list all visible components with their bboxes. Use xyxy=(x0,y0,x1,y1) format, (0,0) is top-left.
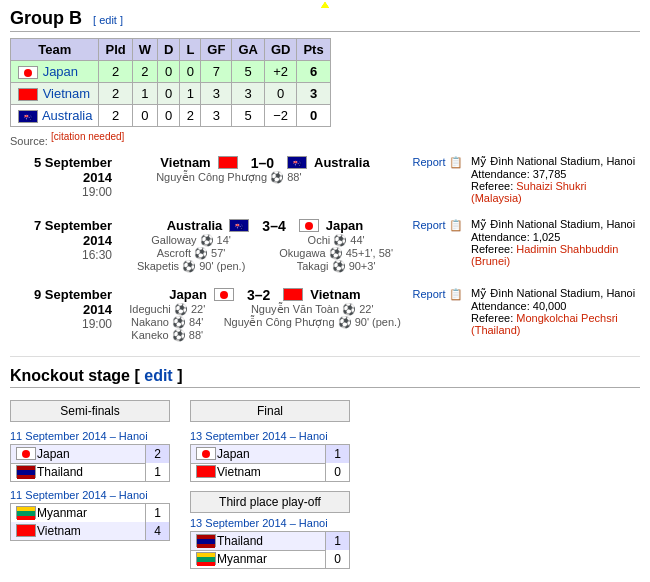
match-venue-col: Mỹ Đình National Stadium, Hanoi Attendan… xyxy=(465,218,640,273)
bracket-score: 0 xyxy=(325,550,349,568)
bracket-match: 13 September 2014 – Hanoi Japan 1 Vietna… xyxy=(190,430,350,482)
group-b-heading: Group B [ edit ] xyxy=(10,8,640,32)
col-ga: GA xyxy=(232,39,265,61)
match-block: 9 September 2014 19:00 Japan 3–2 Vietnam… xyxy=(10,287,640,342)
match-block: 7 September 2014 16:30 Australia 🇦🇺 3–4 … xyxy=(10,218,640,273)
gd-cell: −2 xyxy=(264,105,297,127)
final-col: Final 13 September 2014 – Hanoi Japan 1 … xyxy=(190,400,350,576)
final-title: Final xyxy=(190,400,350,422)
referee-link[interactable]: Hadimin Shahbuddin (Brunei) xyxy=(471,243,618,267)
venue-name: Mỹ Đình National Stadium, Hanoi xyxy=(471,287,640,300)
bracket-score: 1 xyxy=(145,463,169,481)
w-cell: 0 xyxy=(132,105,157,127)
col-team: Team xyxy=(11,39,99,61)
match-report-col: Report 📋 xyxy=(410,155,465,204)
bracket-score: 1 xyxy=(325,532,349,550)
match-home-team: Japan xyxy=(169,287,207,302)
report-link[interactable]: Report 📋 xyxy=(412,288,462,300)
gf-cell: 3 xyxy=(201,105,232,127)
venue-name: Mỹ Đình National Stadium, Hanoi xyxy=(471,218,640,231)
gd-cell: 0 xyxy=(264,83,297,105)
bracket-team-row: Japan 1 xyxy=(190,444,350,464)
referee-link[interactable]: Mongkolchai Pechsri (Thailand) xyxy=(471,312,618,336)
bracket-team-name: Myanmar xyxy=(191,550,325,568)
group-b-edit[interactable]: [ edit ] xyxy=(93,14,123,26)
knockout-bracket: Semi-finals 11 September 2014 – Hanoi Ja… xyxy=(10,396,640,580)
group-b-edit-link[interactable]: edit xyxy=(99,14,117,26)
knockout-edit-link[interactable]: edit xyxy=(144,367,172,384)
pld-cell: 2 xyxy=(99,105,132,127)
col-gf: GF xyxy=(201,39,232,61)
table-row: Vietnam 2 1 0 1 3 3 0 3 xyxy=(11,83,331,105)
table-row: 🇦🇺 Australia 2 0 0 2 3 5 −2 0 xyxy=(11,105,331,127)
home-scorers: Galloway ⚽ 14'Ascroft ⚽ 57'Skapetis ⚽ 90… xyxy=(137,234,245,273)
bracket-team-row: Thailand 1 xyxy=(190,531,350,551)
match-away-team: Vietnam xyxy=(310,287,360,302)
source-label: Source: xyxy=(10,135,48,147)
match-venue-col: Mỹ Đình National Stadium, Hanoi Attendan… xyxy=(465,287,640,342)
knockout-title: Knockout stage xyxy=(10,367,130,384)
knockout-heading: Knockout stage [ edit ] xyxy=(10,367,640,388)
bracket-score: 4 xyxy=(145,522,169,540)
col-pld: Pld xyxy=(99,39,132,61)
bracket-team-name: Myanmar xyxy=(11,504,145,522)
referee-link[interactable]: Suhaizi Shukri (Malaysia) xyxy=(471,180,587,204)
team-link[interactable]: Vietnam xyxy=(43,86,90,101)
match-block: 5 September 2014 19:00 Vietnam 1–0 🇦🇺 Au… xyxy=(10,155,640,204)
match-date: 7 September 2014 xyxy=(10,218,112,248)
match-venue-col: Mỹ Đình National Stadium, Hanoi Attendan… xyxy=(465,155,640,204)
semifinals-matches: 11 September 2014 – Hanoi Japan 2 Thaila… xyxy=(10,430,170,541)
bracket-team-name: Vietnam xyxy=(191,463,325,481)
team-link[interactable]: Australia xyxy=(42,108,93,123)
match-home-team: Vietnam xyxy=(160,155,210,170)
section-divider xyxy=(10,356,640,357)
referee: Referee: Hadimin Shahbuddin (Brunei) xyxy=(471,243,640,267)
match-score-line: Japan 3–2 Vietnam xyxy=(120,287,410,303)
ga-cell: 5 xyxy=(232,61,265,83)
match-away-team: Japan xyxy=(326,218,364,233)
match-score-line: Vietnam 1–0 🇦🇺 Australia xyxy=(120,155,410,171)
matches-container: 5 September 2014 19:00 Vietnam 1–0 🇦🇺 Au… xyxy=(10,155,640,342)
bracket-match-info: 11 September 2014 – Hanoi xyxy=(10,430,170,442)
match-teams-col: Vietnam 1–0 🇦🇺 Australia Nguyễn Công Phư… xyxy=(120,155,410,204)
bracket-team-name: Japan xyxy=(191,445,325,463)
bracket-match-info: 13 September 2014 – Hanoi xyxy=(190,517,350,529)
team-link[interactable]: Japan xyxy=(43,64,78,79)
match-time: 19:00 xyxy=(10,185,112,199)
third-place-section: Third place play-off 13 September 2014 –… xyxy=(190,491,350,569)
bracket-match-info: 11 September 2014 – Hanoi xyxy=(10,489,170,501)
bracket-team-name: Japan xyxy=(11,445,145,463)
referee: Referee: Mongkolchai Pechsri (Thailand) xyxy=(471,312,640,336)
match-date-col: 9 September 2014 19:00 xyxy=(10,287,120,342)
col-w: W xyxy=(132,39,157,61)
ga-cell: 3 xyxy=(232,83,265,105)
away-scorers: Ochi ⚽ 44'Okugawa ⚽ 45+1', 58'Takagi ⚽ 9… xyxy=(279,234,393,273)
match-score-line: Australia 🇦🇺 3–4 Japan xyxy=(120,218,410,234)
match-scorers: Ideguchi ⚽ 22'Nakano ⚽ 84'Kaneko ⚽ 88' N… xyxy=(120,303,410,342)
pts-cell: 0 xyxy=(297,105,330,127)
match-scorers: Nguyễn Công Phượng ⚽ 88' xyxy=(120,171,410,184)
bracket-match-info: 13 September 2014 – Hanoi xyxy=(190,430,350,442)
team-cell: Japan xyxy=(11,61,99,83)
referee: Referee: Suhaizi Shukri (Malaysia) xyxy=(471,180,640,204)
knockout-edit[interactable]: [ edit ] xyxy=(134,367,182,384)
bracket-score: 1 xyxy=(145,504,169,522)
gd-cell: +2 xyxy=(264,61,297,83)
bracket-team-name: Thailand xyxy=(191,532,325,550)
bracket-team-row: Japan 2 xyxy=(10,444,170,464)
ga-cell: 5 xyxy=(232,105,265,127)
l-cell: 0 xyxy=(180,61,201,83)
bracket-team-row: Myanmar 1 xyxy=(10,503,170,523)
group-b-title: Group B xyxy=(10,8,82,28)
pts-cell: 6 xyxy=(297,61,330,83)
bracket-match: 11 September 2014 – Hanoi Myanmar 1 Viet… xyxy=(10,489,170,541)
col-d: D xyxy=(158,39,180,61)
source-citation: Source: [citation needed] xyxy=(10,131,640,147)
report-link[interactable]: Report 📋 xyxy=(412,156,462,168)
final-match: 13 September 2014 – Hanoi Japan 1 Vietna… xyxy=(190,430,350,482)
report-link[interactable]: Report 📋 xyxy=(412,219,462,231)
col-gd: GD xyxy=(264,39,297,61)
page-content: Group B [ edit ] Team Pld W D L GF GA GD… xyxy=(0,0,650,582)
w-cell: 1 xyxy=(132,83,157,105)
col-l: L xyxy=(180,39,201,61)
